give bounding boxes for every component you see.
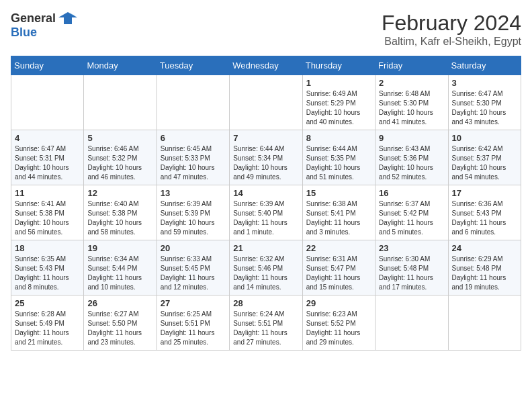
day-number: 23 [379,243,444,253]
calendar-cell: 20Sunrise: 6:33 AM Sunset: 5:45 PM Dayli… [157,240,229,295]
calendar-cell: 21Sunrise: 6:32 AM Sunset: 5:46 PM Dayli… [230,240,302,295]
day-number: 22 [306,243,371,253]
day-info: Sunrise: 6:33 AM Sunset: 5:45 PM Dayligh… [161,255,226,292]
calendar-week-row: 4Sunrise: 6:47 AM Sunset: 5:31 PM Daylig… [11,130,521,185]
weekday-header-tuesday: Tuesday [157,56,229,75]
logo-blue-text: Blue [11,26,37,39]
day-info: Sunrise: 6:44 AM Sunset: 5:35 PM Dayligh… [306,144,371,182]
day-number: 29 [306,298,371,308]
day-number: 9 [379,133,444,143]
calendar-cell: 16Sunrise: 6:37 AM Sunset: 5:42 PM Dayli… [375,185,448,240]
weekday-header-saturday: Saturday [448,56,521,75]
day-info: Sunrise: 6:24 AM Sunset: 5:51 PM Dayligh… [233,310,298,347]
calendar-cell: 4Sunrise: 6:47 AM Sunset: 5:31 PM Daylig… [11,130,84,185]
calendar-cell: 9Sunrise: 6:43 AM Sunset: 5:36 PM Daylig… [375,130,448,185]
day-info: Sunrise: 6:40 AM Sunset: 5:38 PM Dayligh… [87,199,152,237]
calendar-cell: 19Sunrise: 6:34 AM Sunset: 5:44 PM Dayli… [84,240,157,295]
day-number: 7 [233,133,298,143]
day-number: 27 [161,298,226,308]
calendar-cell [375,295,448,351]
calendar-table: SundayMondayTuesdayWednesdayThursdayFrid… [11,56,521,351]
calendar-cell: 3Sunrise: 6:47 AM Sunset: 5:30 PM Daylig… [448,75,521,130]
calendar-cell [448,295,521,351]
day-info: Sunrise: 6:32 AM Sunset: 5:46 PM Dayligh… [233,255,298,292]
calendar-cell: 5Sunrise: 6:46 AM Sunset: 5:32 PM Daylig… [84,130,157,185]
day-number: 21 [233,243,298,253]
day-number: 8 [306,133,371,143]
calendar-cell: 25Sunrise: 6:28 AM Sunset: 5:49 PM Dayli… [11,295,84,351]
calendar-cell: 28Sunrise: 6:24 AM Sunset: 5:51 PM Dayli… [230,295,302,351]
day-number: 12 [87,188,152,198]
calendar-cell: 10Sunrise: 6:42 AM Sunset: 5:37 PM Dayli… [448,130,521,185]
day-info: Sunrise: 6:23 AM Sunset: 5:52 PM Dayligh… [306,310,371,347]
day-info: Sunrise: 6:37 AM Sunset: 5:42 PM Dayligh… [379,199,444,237]
location-title: Baltim, Kafr el-Sheikh, Egypt [382,36,521,48]
calendar-cell: 11Sunrise: 6:41 AM Sunset: 5:38 PM Dayli… [11,185,84,240]
day-number: 5 [87,133,152,143]
weekday-header-wednesday: Wednesday [230,56,302,75]
calendar-cell: 6Sunrise: 6:45 AM Sunset: 5:33 PM Daylig… [157,130,229,185]
day-number: 3 [452,78,517,88]
day-info: Sunrise: 6:34 AM Sunset: 5:44 PM Dayligh… [87,255,152,292]
day-info: Sunrise: 6:38 AM Sunset: 5:41 PM Dayligh… [306,199,371,237]
calendar-cell [230,75,302,130]
calendar-cell [11,75,84,130]
calendar-cell: 8Sunrise: 6:44 AM Sunset: 5:35 PM Daylig… [302,130,375,185]
header: General Blue February 2024 Baltim, Kafr … [11,11,521,48]
calendar-cell: 18Sunrise: 6:35 AM Sunset: 5:43 PM Dayli… [11,240,84,295]
month-title: February 2024 [382,11,521,36]
weekday-header-friday: Friday [375,56,448,75]
calendar-cell: 2Sunrise: 6:48 AM Sunset: 5:30 PM Daylig… [375,75,448,130]
day-number: 16 [379,188,444,198]
day-info: Sunrise: 6:41 AM Sunset: 5:38 PM Dayligh… [15,199,80,237]
calendar-cell [157,75,229,130]
day-info: Sunrise: 6:47 AM Sunset: 5:30 PM Dayligh… [452,89,517,127]
calendar-cell: 12Sunrise: 6:40 AM Sunset: 5:38 PM Dayli… [84,185,157,240]
day-info: Sunrise: 6:46 AM Sunset: 5:32 PM Dayligh… [87,144,152,182]
day-info: Sunrise: 6:49 AM Sunset: 5:29 PM Dayligh… [306,89,371,127]
calendar-week-row: 18Sunrise: 6:35 AM Sunset: 5:43 PM Dayli… [11,240,521,295]
day-info: Sunrise: 6:39 AM Sunset: 5:40 PM Dayligh… [233,199,298,237]
day-info: Sunrise: 6:44 AM Sunset: 5:34 PM Dayligh… [233,144,298,182]
day-number: 28 [233,298,298,308]
day-number: 4 [15,133,80,143]
calendar-cell: 23Sunrise: 6:30 AM Sunset: 5:48 PM Dayli… [375,240,448,295]
day-number: 26 [87,298,152,308]
day-number: 11 [15,188,80,198]
day-number: 18 [15,243,80,253]
calendar-cell [84,75,157,130]
svg-marker-0 [58,12,77,24]
day-number: 19 [87,243,152,253]
calendar-cell: 1Sunrise: 6:49 AM Sunset: 5:29 PM Daylig… [302,75,375,130]
calendar-week-row: 11Sunrise: 6:41 AM Sunset: 5:38 PM Dayli… [11,185,521,240]
day-info: Sunrise: 6:48 AM Sunset: 5:30 PM Dayligh… [379,89,444,127]
calendar-cell: 27Sunrise: 6:25 AM Sunset: 5:51 PM Dayli… [157,295,229,351]
calendar-cell: 29Sunrise: 6:23 AM Sunset: 5:52 PM Dayli… [302,295,375,351]
calendar-cell: 14Sunrise: 6:39 AM Sunset: 5:40 PM Dayli… [230,185,302,240]
day-info: Sunrise: 6:35 AM Sunset: 5:43 PM Dayligh… [15,255,80,292]
calendar-week-row: 25Sunrise: 6:28 AM Sunset: 5:49 PM Dayli… [11,295,521,351]
calendar-cell: 22Sunrise: 6:31 AM Sunset: 5:47 PM Dayli… [302,240,375,295]
logo: General Blue [11,11,77,40]
calendar-cell: 13Sunrise: 6:39 AM Sunset: 5:39 PM Dayli… [157,185,229,240]
day-number: 10 [452,133,517,143]
day-number: 25 [15,298,80,308]
weekday-header-thursday: Thursday [302,56,375,75]
day-info: Sunrise: 6:36 AM Sunset: 5:43 PM Dayligh… [452,199,517,237]
weekday-header-sunday: Sunday [11,56,84,75]
day-number: 14 [233,188,298,198]
day-number: 24 [452,243,517,253]
day-info: Sunrise: 6:47 AM Sunset: 5:31 PM Dayligh… [15,144,80,182]
day-info: Sunrise: 6:25 AM Sunset: 5:51 PM Dayligh… [161,310,226,347]
logo-bird-icon [58,11,77,26]
calendar-cell: 24Sunrise: 6:29 AM Sunset: 5:48 PM Dayli… [448,240,521,295]
weekday-header-monday: Monday [84,56,157,75]
day-info: Sunrise: 6:30 AM Sunset: 5:48 PM Dayligh… [379,255,444,292]
day-info: Sunrise: 6:39 AM Sunset: 5:39 PM Dayligh… [161,199,226,237]
day-number: 2 [379,78,444,88]
day-info: Sunrise: 6:43 AM Sunset: 5:36 PM Dayligh… [379,144,444,182]
title-area: February 2024 Baltim, Kafr el-Sheikh, Eg… [382,11,521,48]
logo-general-text: General [11,11,56,26]
day-info: Sunrise: 6:42 AM Sunset: 5:37 PM Dayligh… [452,144,517,182]
calendar-cell: 17Sunrise: 6:36 AM Sunset: 5:43 PM Dayli… [448,185,521,240]
